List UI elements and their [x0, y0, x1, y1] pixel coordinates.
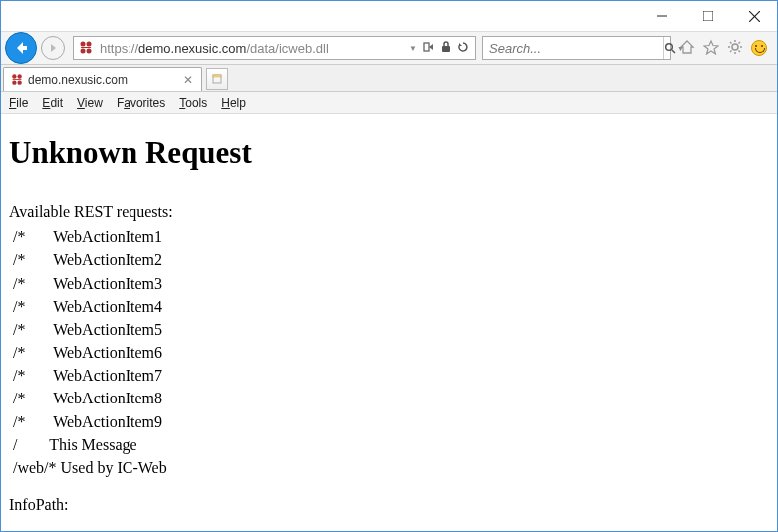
search-button[interactable]: ▼	[663, 37, 684, 59]
minimize-button[interactable]	[640, 1, 685, 31]
svg-rect-28	[213, 75, 221, 77]
compat-view-icon[interactable]	[423, 41, 435, 56]
site-icon	[78, 40, 94, 56]
svg-point-6	[81, 49, 86, 54]
svg-line-21	[739, 42, 741, 44]
browser-tab[interactable]: demo.nexusic.com ✕	[3, 67, 202, 91]
svg-point-22	[12, 74, 16, 78]
rest-request-row: /* WebActionItem3	[9, 272, 767, 295]
svg-line-19	[739, 50, 741, 52]
svg-point-25	[17, 80, 21, 84]
address-bar[interactable]: https://demo.nexusic.com/data/icweb.dll …	[73, 36, 476, 60]
rest-request-row: / This Message	[9, 433, 767, 456]
tab-close-button[interactable]: ✕	[181, 73, 195, 87]
menu-tools[interactable]: Tools	[179, 96, 207, 110]
forward-button[interactable]	[41, 36, 65, 60]
tools-icon[interactable]	[727, 39, 743, 58]
navigation-toolbar: https://demo.nexusic.com/data/icweb.dll …	[1, 31, 777, 65]
svg-rect-10	[442, 46, 450, 52]
rest-request-row: /* WebActionItem8	[9, 387, 767, 409]
close-button[interactable]	[731, 1, 777, 31]
rest-request-row: /* WebActionItem2	[9, 248, 767, 271]
svg-point-13	[732, 44, 738, 50]
svg-line-18	[730, 42, 732, 44]
refresh-icon[interactable]	[457, 41, 469, 56]
maximize-button[interactable]	[685, 1, 731, 31]
back-button[interactable]	[5, 32, 37, 64]
svg-rect-8	[81, 47, 91, 48]
menu-favorites[interactable]: Favorites	[117, 96, 165, 110]
menu-edit[interactable]: Edit	[42, 96, 63, 110]
rest-request-row: /* WebActionItem1	[9, 225, 767, 248]
lock-icon[interactable]	[441, 41, 451, 56]
new-tab-button[interactable]	[206, 68, 228, 90]
rest-request-row: /* WebActionItem5	[9, 318, 767, 341]
infopath-label: InfoPath:	[9, 493, 767, 516]
page-content: Unknown Request Available REST requests:…	[1, 114, 777, 526]
svg-point-5	[87, 42, 92, 47]
svg-line-12	[672, 50, 675, 53]
menu-help[interactable]: Help	[221, 96, 246, 110]
menu-view[interactable]: View	[77, 96, 103, 110]
available-requests-label: Available REST requests:	[9, 200, 767, 223]
svg-rect-9	[424, 43, 429, 51]
menu-bar: File Edit View Favorites Tools Help	[1, 92, 777, 114]
tab-strip: demo.nexusic.com ✕	[1, 65, 777, 92]
dropdown-icon[interactable]: ▼	[409, 44, 417, 53]
menu-file[interactable]: File	[9, 96, 28, 110]
search-box[interactable]: ▼	[482, 36, 671, 60]
tab-site-icon	[10, 73, 24, 87]
rest-requests-list: /* WebActionItem1 /* WebActionItem2 /* W…	[9, 225, 767, 479]
page-heading: Unknown Request	[9, 132, 767, 176]
rest-request-row: /* WebActionItem9	[9, 410, 767, 433]
search-input[interactable]	[483, 41, 663, 56]
window-titlebar	[1, 1, 777, 31]
rest-request-row: /* WebActionItem4	[9, 295, 767, 318]
svg-point-11	[666, 44, 673, 51]
svg-point-24	[12, 80, 16, 84]
tab-title: demo.nexusic.com	[28, 73, 128, 87]
feedback-icon[interactable]	[751, 40, 767, 56]
rest-request-row: /web/* Used by IC-Web	[9, 456, 767, 479]
url-text[interactable]: https://demo.nexusic.com/data/icweb.dll	[98, 41, 403, 56]
svg-rect-1	[703, 11, 713, 21]
svg-rect-26	[13, 79, 22, 80]
rest-request-row: /* WebActionItem7	[9, 364, 767, 387]
rest-request-row: /* WebActionItem6	[9, 341, 767, 364]
svg-line-20	[730, 50, 732, 52]
svg-point-23	[17, 74, 21, 78]
svg-point-4	[81, 42, 86, 47]
favorites-icon[interactable]	[703, 39, 719, 58]
svg-point-7	[87, 49, 92, 54]
